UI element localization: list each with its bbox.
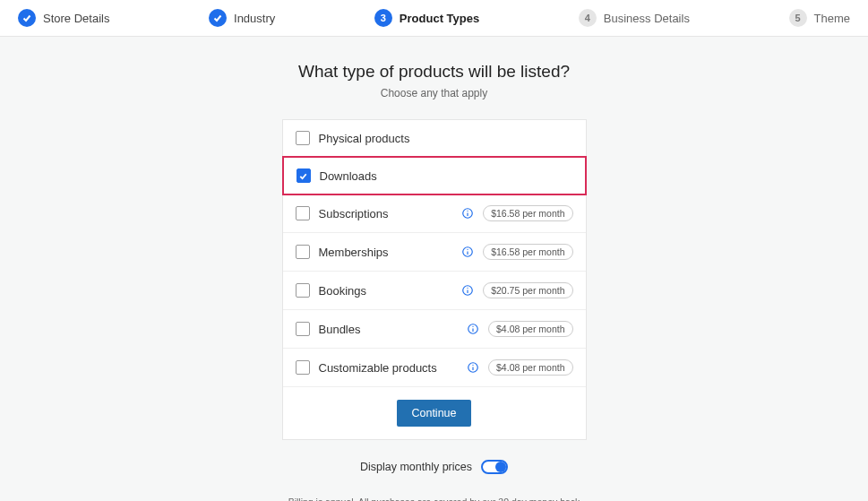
info-icon[interactable] [461,246,474,258]
checkbox-icon[interactable] [296,206,310,220]
info-icon[interactable] [461,284,474,297]
check-icon [209,9,227,27]
step-product-types[interactable]: 3 Product Types [374,9,479,27]
step-label: Business Details [604,12,690,25]
step-label: Industry [234,12,275,25]
product-type-card: Physical products Downloads Subscription… [282,119,587,440]
option-downloads[interactable]: Downloads [282,156,587,195]
step-theme[interactable]: 5 Theme [789,9,850,27]
step-industry[interactable]: Industry [209,9,275,27]
checkbox-icon[interactable] [296,322,310,336]
option-subscriptions[interactable]: Subscriptions $16.58 per month [283,194,586,233]
info-icon[interactable] [461,207,474,220]
toggle-knob-icon [495,462,506,472]
price-badge: $4.08 per month [488,321,572,337]
step-number: 4 [579,9,597,27]
option-customizable-products[interactable]: Customizable products $4.08 per month [283,349,586,387]
checkbox-icon[interactable] [296,245,310,259]
svg-point-14 [472,365,473,366]
checkbox-icon[interactable] [296,131,310,145]
price-badge: $20.75 per month [483,282,572,298]
continue-button[interactable]: Continue [397,400,470,427]
step-label: Product Types [400,12,479,25]
option-physical-products[interactable]: Physical products [283,120,586,157]
option-label: Bookings [319,284,455,298]
svg-point-5 [468,249,468,250]
info-icon[interactable] [467,361,479,374]
svg-point-8 [468,288,468,289]
option-memberships[interactable]: Memberships $16.58 per month [283,233,586,272]
monthly-prices-toggle[interactable] [481,460,508,474]
option-label: Memberships [319,246,455,259]
checkbox-icon[interactable] [296,360,310,375]
setup-stepper: Store Details Industry 3 Product Types 4… [0,0,868,37]
step-number: 5 [789,9,807,27]
option-bundles[interactable]: Bundles $4.08 per month [283,310,586,349]
option-label: Subscriptions [319,207,455,220]
svg-point-11 [472,326,473,327]
page-subtitle: Choose any that apply [0,87,868,99]
step-business-details[interactable]: 4 Business Details [579,9,690,27]
option-label: Physical products [319,132,573,145]
step-store-details[interactable]: Store Details [18,9,109,27]
price-badge: $4.08 per month [488,359,572,376]
price-badge: $16.58 per month [483,205,572,221]
step-label: Theme [814,12,850,25]
page-title: What type of products will be listed? [0,62,868,82]
info-icon[interactable] [467,323,479,335]
billing-fineprint: Billing is annual. All purchases are cov… [273,496,596,501]
toggle-label: Display monthly prices [360,461,472,473]
checkbox-icon[interactable] [296,283,310,298]
check-icon [18,9,36,27]
option-label: Customizable products [319,361,460,375]
option-bookings[interactable]: Bookings $20.75 per month [283,272,586,310]
option-label: Downloads [320,169,572,183]
checkbox-checked-icon[interactable] [296,168,311,183]
svg-point-2 [468,211,468,212]
option-label: Bundles [319,323,460,336]
step-label: Store Details [43,12,109,25]
step-number: 3 [374,9,392,27]
price-badge: $16.58 per month [483,244,572,260]
